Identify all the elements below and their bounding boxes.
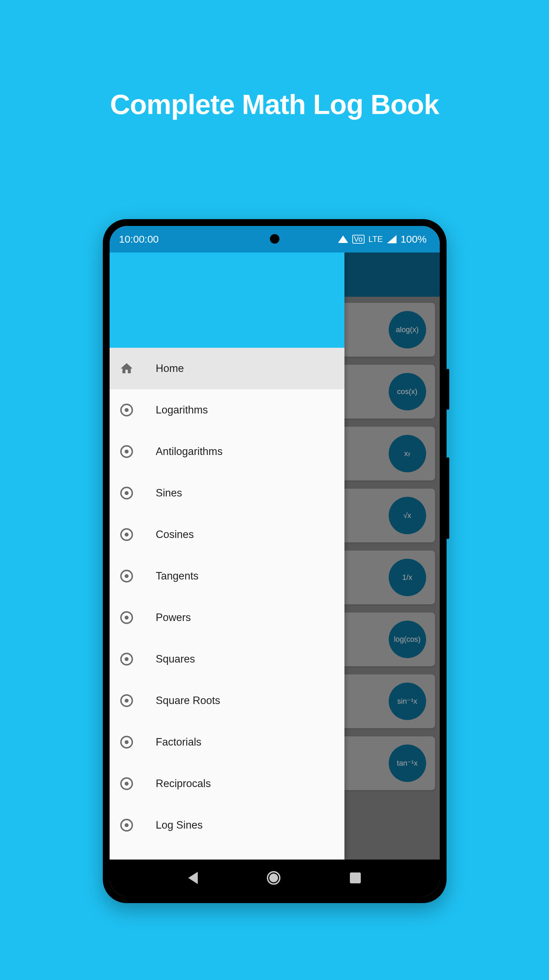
radio-icon: [119, 776, 134, 791]
drawer-item-factorials[interactable]: Factorials: [110, 721, 344, 763]
drawer-item-powers[interactable]: Powers: [110, 597, 344, 638]
radio-icon: [119, 527, 134, 542]
system-nav-bar: [110, 859, 440, 896]
radio-icon: [119, 652, 134, 667]
wifi-icon: [338, 235, 348, 243]
drawer-item-label: Powers: [156, 611, 191, 624]
radio-icon: [119, 735, 134, 749]
volte-label: Vo: [352, 235, 364, 243]
drawer-item-label: Squares: [156, 653, 195, 665]
home-icon: [119, 361, 134, 376]
drawer-item-label: Tangents: [156, 570, 199, 582]
battery-label: 100%: [401, 234, 427, 245]
navigation-drawer: HomeLogarithmsAntilogarithmsSinesCosines…: [110, 253, 344, 859]
drawer-item-label: Antilogarithms: [156, 445, 223, 458]
phone-screen: 10:00:00 Vo LTE 100% hmsalog(x)cos(x)xyt…: [110, 226, 440, 896]
status-indicators: Vo LTE 100%: [338, 234, 427, 245]
svg-point-19: [124, 782, 129, 786]
signal-icon: [387, 235, 396, 243]
svg-point-11: [124, 616, 129, 620]
drawer-item-label: Home: [156, 363, 184, 375]
drawer-header: [110, 253, 344, 348]
drawer-item-log-sines[interactable]: Log Sines: [110, 804, 344, 846]
svg-point-17: [124, 740, 129, 744]
radio-icon: [119, 402, 134, 417]
phone-volume-button: [447, 369, 449, 410]
recent-apps-icon[interactable]: [350, 872, 361, 883]
svg-point-3: [124, 450, 129, 453]
drawer-item-tangents[interactable]: Tangents: [110, 555, 344, 597]
radio-icon: [119, 610, 134, 625]
radio-icon: [119, 444, 134, 459]
drawer-item-label: Sines: [156, 487, 183, 499]
drawer-item-label: Cosines: [156, 528, 194, 541]
svg-point-13: [124, 657, 129, 661]
svg-point-9: [124, 574, 129, 578]
drawer-item-list[interactable]: HomeLogarithmsAntilogarithmsSinesCosines…: [110, 348, 344, 859]
drawer-item-label: Factorials: [156, 736, 202, 748]
radio-icon: [119, 569, 134, 584]
phone-frame: 10:00:00 Vo LTE 100% hmsalog(x)cos(x)xyt…: [103, 219, 447, 903]
radio-icon: [119, 693, 134, 708]
status-time: 10:00:00: [119, 234, 159, 245]
drawer-item-label: Square Roots: [156, 695, 221, 707]
drawer-item-cosines[interactable]: Cosines: [110, 514, 344, 555]
app-content: hmsalog(x)cos(x)xyts√xs1/xslog(cos)sin⁻¹…: [110, 253, 440, 859]
drawer-item-logarithms[interactable]: Logarithms: [110, 389, 344, 431]
drawer-item-squares[interactable]: Squares: [110, 638, 344, 680]
lte-label: LTE: [369, 234, 383, 244]
home-nav-icon[interactable]: [267, 871, 280, 885]
svg-point-21: [124, 823, 129, 827]
drawer-item-home[interactable]: Home: [110, 348, 344, 389]
drawer-item-square-roots[interactable]: Square Roots: [110, 680, 344, 721]
drawer-item-label: Logarithms: [156, 404, 208, 416]
drawer-item-label: Log Sines: [156, 819, 203, 831]
drawer-item-antilogarithms[interactable]: Antilogarithms: [110, 431, 344, 472]
svg-point-7: [124, 533, 129, 537]
drawer-item-reciprocals[interactable]: Reciprocals: [110, 763, 344, 804]
radio-icon: [119, 818, 134, 833]
svg-point-15: [124, 698, 129, 703]
drawer-item-sines[interactable]: Sines: [110, 472, 344, 514]
page-title: Complete Math Log Book: [110, 89, 439, 121]
phone-power-button: [447, 457, 449, 539]
phone-camera-notch: [270, 234, 279, 243]
drawer-item-label: Reciprocals: [156, 778, 211, 790]
back-icon[interactable]: [188, 872, 198, 884]
radio-icon: [119, 485, 134, 501]
svg-point-1: [124, 408, 129, 412]
svg-point-5: [124, 491, 129, 495]
